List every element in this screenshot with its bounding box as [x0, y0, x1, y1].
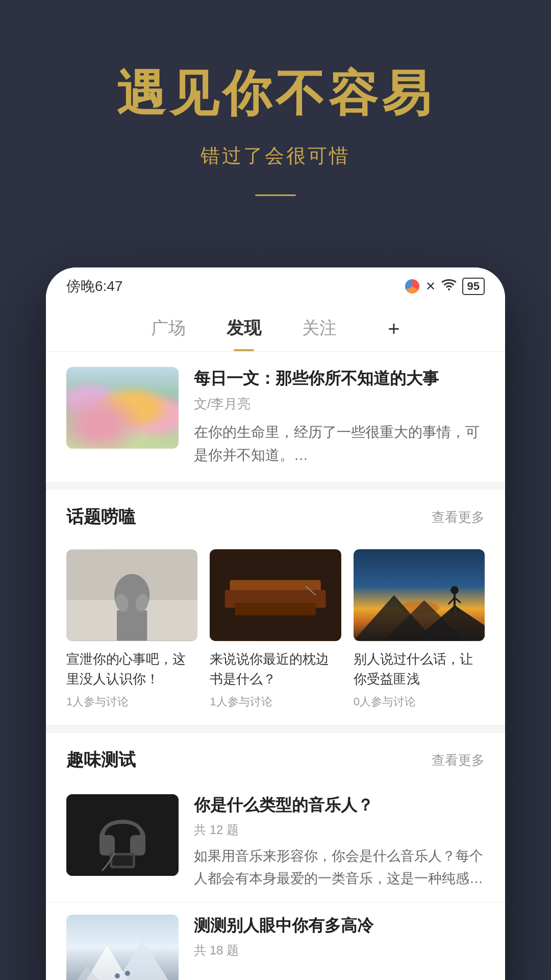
svg-rect-3: [117, 610, 147, 641]
hero-divider: [255, 194, 296, 196]
topics-section-title: 话题唠嗑: [66, 505, 136, 529]
quiz-excerpt-1: 如果用音乐来形容你，你会是什么音乐人？每个人都会有本身最爱的一类音乐，这是一种纯…: [194, 845, 485, 889]
topic-card-2[interactable]: 来说说你最近的枕边书是什么？ 1人参与讨论: [210, 549, 341, 709]
quiz-title-2: 测测别人眼中你有多高冷: [194, 915, 485, 937]
status-bar: 傍晚6:47 ✕ 95: [46, 267, 505, 301]
svg-rect-24: [112, 855, 133, 866]
close-x-icon: ✕: [425, 279, 436, 293]
quiz-content-2: 测测别人眼中你有多高冷 共 18 题: [194, 915, 485, 966]
status-time: 傍晚6:47: [66, 277, 123, 296]
quiz-content-1: 你是什么类型的音乐人？ 共 12 题 如果用音乐来形容你，你会是什么音乐人？每个…: [194, 794, 485, 889]
status-icons: ✕ 95: [405, 278, 485, 295]
svg-point-29: [115, 973, 120, 978]
article-image: [66, 367, 179, 449]
topic-count-2: 1人参与讨论: [210, 694, 341, 709]
quiz-section: 趣味测试 查看更多: [46, 733, 505, 980]
hero-section: 遇见你不容易 错过了会很可惜: [0, 0, 551, 237]
tab-guanzhu[interactable]: 关注: [302, 311, 337, 351]
quiz-section-title: 趣味测试: [66, 748, 136, 772]
tab-add-button[interactable]: +: [388, 317, 399, 346]
svg-point-13: [450, 586, 459, 595]
topic-count-1: 1人参与讨论: [66, 694, 197, 709]
topic-card-1[interactable]: 宣泄你的心事吧，这里没人认识你！ 1人参与讨论: [66, 549, 197, 709]
topic-image-1: [66, 549, 197, 641]
quiz-see-more[interactable]: 查看更多: [432, 751, 485, 769]
battery-icon: 95: [462, 278, 485, 295]
quiz-count-2: 共 18 题: [194, 942, 485, 959]
flower-scene-image: [66, 367, 179, 449]
tab-bar: 广场 发现 关注 +: [46, 301, 505, 352]
article-excerpt: 在你的生命里，经历了一些很重大的事情，可是你并不知道。…: [194, 421, 485, 467]
tab-faxian[interactable]: 发现: [227, 311, 261, 351]
svg-point-30: [125, 971, 130, 976]
article-title: 每日一文：那些你所不知道的大事: [194, 367, 485, 390]
hero-subtitle: 错过了会很可惜: [201, 143, 350, 169]
content-area: 每日一文：那些你所不知道的大事 文/李月亮 在你的生命里，经历了一些很重大的事情…: [46, 352, 505, 980]
article-content: 每日一文：那些你所不知道的大事 文/李月亮 在你的生命里，经历了一些很重大的事情…: [194, 367, 485, 467]
topic-image-2: [210, 549, 341, 641]
quiz-image-2: [66, 915, 179, 980]
hero-title: 遇见你不容易: [116, 61, 435, 128]
phone-wrapper: 傍晚6:47 ✕ 95 广场 发现 关注: [0, 237, 551, 980]
quiz-card-2[interactable]: 测测别人眼中你有多高冷 共 18 题: [46, 902, 505, 980]
quiz-title-1: 你是什么类型的音乐人？: [194, 794, 485, 817]
wifi-icon: [442, 279, 456, 293]
svg-rect-9: [235, 603, 316, 616]
topic-image-3: [354, 549, 485, 641]
quiz-card-1[interactable]: 你是什么类型的音乐人？ 共 12 题 如果用音乐来形容你，你会是什么音乐人？每个…: [46, 782, 505, 902]
article-author: 文/李月亮: [194, 395, 485, 413]
topics-grid: 宣泄你的心事吧，这里没人认识你！ 1人参与讨论: [46, 539, 505, 725]
phone-mockup: 傍晚6:47 ✕ 95 广场 发现 关注: [46, 267, 505, 980]
quiz-image-1: [66, 794, 179, 876]
topics-see-more[interactable]: 查看更多: [432, 508, 485, 526]
topic-count-3: 0人参与讨论: [354, 694, 485, 709]
topics-section-header: 话题唠嗑 查看更多: [46, 490, 505, 539]
quiz-section-header: 趣味测试 查看更多: [46, 733, 505, 782]
topic-title-1: 宣泄你的心事吧，这里没人认识你！: [66, 649, 197, 689]
tricolor-icon: [405, 279, 419, 293]
article-card[interactable]: 每日一文：那些你所不知道的大事 文/李月亮 在你的生命里，经历了一些很重大的事情…: [46, 352, 505, 482]
topic-title-3: 别人说过什么话，让你受益匪浅: [354, 649, 485, 689]
quiz-count-1: 共 12 题: [194, 822, 485, 838]
topic-card-3[interactable]: 别人说过什么话，让你受益匪浅 0人参与讨论: [354, 549, 485, 709]
topic-title-2: 来说说你最近的枕边书是什么？: [210, 649, 341, 689]
tab-guangchang[interactable]: 广场: [151, 311, 186, 351]
